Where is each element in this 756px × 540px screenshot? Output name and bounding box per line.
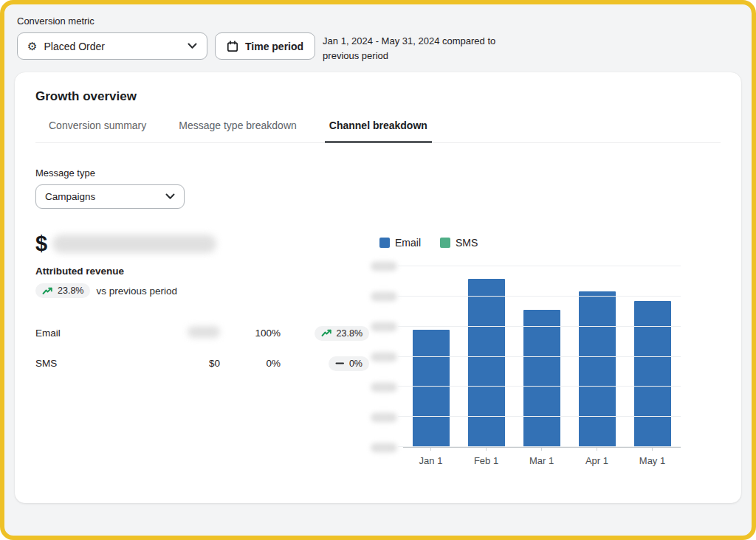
chevron-down-icon: [165, 193, 175, 200]
change-badge: 23.8%: [315, 326, 369, 341]
change-value: 23.8%: [337, 328, 362, 339]
bar-may-1[interactable]: [634, 301, 671, 447]
bar-column: [458, 266, 514, 447]
message-type-label: Message type: [35, 167, 721, 179]
change-badge: 0%: [329, 356, 369, 371]
tab-message-type-breakdown[interactable]: Message type breakdown: [174, 117, 301, 143]
bar-column: [625, 266, 680, 447]
share-value: 100%: [220, 328, 281, 339]
tabs-bar: Conversion summary Message type breakdow…: [35, 117, 721, 143]
share-value: 0%: [220, 358, 281, 369]
revenue-value-redacted: [52, 235, 216, 253]
y-axis-label-redacted: [371, 383, 397, 392]
y-axis-label-redacted: [371, 413, 397, 423]
growth-overview-card: Growth overview Conversion summary Messa…: [15, 72, 741, 503]
message-type-select[interactable]: Campaigns: [35, 184, 185, 209]
email-value-redacted: [188, 326, 220, 338]
bar-chart: [369, 266, 721, 448]
bar-column: [403, 266, 458, 447]
message-type-value: Campaigns: [45, 191, 95, 202]
chart-plot-area: [403, 266, 681, 448]
change-suffix: vs previous period: [96, 285, 177, 297]
conversion-metric-value: Placed Order: [44, 41, 104, 52]
x-axis-tick: [430, 448, 431, 451]
tab-conversion-summary[interactable]: Conversion summary: [44, 117, 151, 143]
sms-value: $0: [152, 358, 220, 369]
trend-flat-icon: [335, 361, 345, 366]
gear-icon: ⚙: [27, 41, 37, 52]
y-axis-label-redacted: [371, 353, 397, 362]
trend-up-icon: [321, 329, 332, 337]
x-axis-label: May 1: [639, 455, 665, 466]
bar-jan-1[interactable]: [413, 330, 450, 447]
time-period-button[interactable]: Time period: [215, 32, 315, 60]
calendar-icon: [227, 41, 238, 52]
bar-column: [569, 266, 625, 447]
x-axis-tick: [541, 448, 542, 451]
x-axis-label: Jan 1: [419, 455, 443, 466]
gridline: [398, 266, 681, 266]
tab-channel-breakdown[interactable]: Channel breakdown: [325, 117, 432, 143]
chart-legend: Email SMS: [369, 237, 721, 249]
bar-apr-1[interactable]: [579, 291, 616, 447]
gridline: [398, 386, 681, 387]
legend-item-email[interactable]: Email: [379, 237, 421, 249]
filters-bar: Conversion metric ⚙ Placed Order Time pe…: [4, 4, 752, 72]
channel-label: SMS: [35, 358, 152, 369]
x-axis-labels: Jan 1Feb 1Mar 1Apr 1May 1: [403, 448, 681, 466]
chevron-down-icon: [188, 43, 197, 49]
gridline: [398, 416, 681, 417]
sms-swatch: [440, 238, 450, 248]
chart-panel: Email SMS Jan 1Feb 1Mar 1Apr 1May 1: [369, 230, 721, 466]
y-axis-labels-redacted: [369, 266, 403, 448]
channel-table: Email 100% 23.8%: [35, 318, 369, 378]
trend-up-icon: [42, 287, 53, 295]
x-axis-tick: [597, 448, 597, 451]
attributed-revenue-label: Attributed revenue: [35, 266, 369, 277]
dashboard-frame: Conversion metric ⚙ Placed Order Time pe…: [0, 0, 756, 540]
table-row-sms: SMS $0 0% 0%: [35, 348, 369, 378]
y-axis-label-redacted: [371, 292, 397, 302]
email-swatch: [379, 238, 390, 248]
gridline: [398, 296, 681, 297]
gridline: [398, 356, 681, 357]
x-axis-tick: [486, 448, 487, 451]
time-period-label: Time period: [245, 41, 303, 52]
conversion-metric-label: Conversion metric: [17, 15, 739, 27]
y-axis-label-redacted: [371, 262, 397, 271]
x-axis-label: Mar 1: [529, 455, 554, 466]
date-range-text: Jan 1, 2024 - May 31, 2024 compared to p…: [323, 32, 495, 63]
bar-column: [514, 266, 569, 447]
table-row-email: Email 100% 23.8%: [35, 318, 369, 348]
conversion-metric-select[interactable]: ⚙ Placed Order: [17, 32, 207, 60]
y-axis-label-redacted: [371, 322, 397, 332]
channel-label: Email: [35, 328, 152, 339]
x-axis-label: Feb 1: [474, 455, 498, 466]
gridline: [398, 446, 681, 447]
card-title: Growth overview: [35, 89, 721, 104]
change-value: 0%: [349, 359, 362, 369]
y-axis-label-redacted: [371, 443, 397, 453]
metrics-panel: $ Attributed revenue 23.8% vs previous p…: [35, 230, 369, 466]
bar-feb-1[interactable]: [468, 279, 505, 447]
legend-item-sms[interactable]: SMS: [440, 237, 478, 249]
bar-mar-1[interactable]: [523, 310, 560, 447]
gridline: [398, 326, 681, 327]
change-badge: 23.8%: [35, 283, 90, 298]
x-axis-label: Apr 1: [585, 455, 608, 466]
currency-symbol: $: [35, 232, 47, 256]
x-axis-tick: [652, 448, 653, 451]
change-value: 23.8%: [58, 285, 83, 296]
